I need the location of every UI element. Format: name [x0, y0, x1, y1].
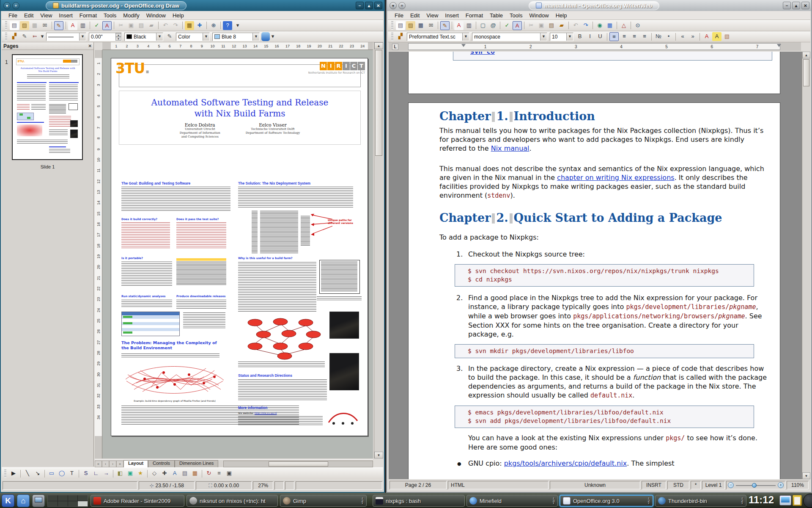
font-color-button[interactable]: A: [702, 32, 711, 41]
format-paintbrush-icon[interactable]: ▰: [147, 21, 156, 30]
export-pdf-icon[interactable]: A: [454, 21, 464, 30]
tab-controls[interactable]: Controls: [148, 460, 175, 467]
glue-points-icon[interactable]: ✚: [160, 469, 169, 478]
home-button[interactable]: ⌂: [17, 494, 30, 507]
cut-icon[interactable]: ✂: [116, 21, 126, 30]
numbered-list-button[interactable]: №: [654, 32, 663, 41]
desktop-2[interactable]: [58, 495, 68, 501]
bold-button[interactable]: B: [575, 32, 584, 41]
close-button[interactable]: ✕: [801, 2, 809, 9]
object-size-cell[interactable]: ⛶0.00 x 0.00: [196, 481, 252, 490]
insert-mode-cell[interactable]: INSRT: [642, 481, 666, 489]
open-icon[interactable]: ▨: [406, 21, 415, 30]
draw-menu-0[interactable]: File: [5, 11, 21, 19]
cursor-position-cell[interactable]: ⊹23.50 / -1.58: [139, 481, 195, 490]
draw-canvas[interactable]: 3TU. NIRICT Netherlands Institute for Re…: [102, 50, 373, 458]
hyperlink-icon[interactable]: ◉: [595, 21, 604, 30]
applet-moon-icon[interactable]: [803, 494, 812, 508]
connector-tool-icon[interactable]: ∟: [91, 469, 101, 478]
scroll-up-icon[interactable]: ▲: [374, 42, 383, 49]
sticky-button[interactable]: +: [398, 2, 406, 9]
line-color-combo[interactable]: Black▼: [124, 33, 163, 41]
fill-type-combo[interactable]: Color▼: [176, 33, 210, 41]
zoom-in-icon[interactable]: +: [778, 482, 784, 488]
paste-icon[interactable]: ▤: [137, 21, 146, 30]
task-openoffice[interactable]: OpenOffice.org 3.0 ▲2▼: [560, 495, 653, 507]
draw-menu-6[interactable]: Modify: [120, 11, 143, 19]
draw-menu-8[interactable]: Help: [169, 11, 187, 19]
task-nixpkgs-bash[interactable]: nixpkgs : bash: [373, 495, 465, 507]
next-page-icon[interactable]: ›: [109, 461, 116, 467]
last-page-icon[interactable]: »: [116, 461, 123, 467]
display-settings-button[interactable]: [32, 494, 45, 507]
fontwork-icon[interactable]: A: [170, 469, 179, 478]
desktop-pager[interactable]: [47, 495, 88, 507]
close-button[interactable]: ✕: [374, 2, 382, 9]
k-menu-button[interactable]: K: [2, 494, 14, 507]
writer-horizontal-ruler[interactable]: L 1234567: [389, 42, 801, 51]
hyperlink[interactable]: Nix manual: [491, 144, 529, 152]
toolbar-overflow-icon[interactable]: ▾: [233, 21, 242, 30]
shadow-icon[interactable]: [261, 32, 270, 41]
writer-menu-3[interactable]: Insert: [442, 11, 462, 19]
selection-mode-cell[interactable]: STD: [667, 481, 689, 489]
writer-menu-1[interactable]: Edit: [407, 11, 423, 19]
chevron-down-icon[interactable]: ▼: [79, 33, 86, 41]
task-adobe-reader[interactable]: Adobe Reader - Sinter2009: [91, 495, 184, 507]
tray-display-icon[interactable]: [779, 495, 791, 505]
highlight-button[interactable]: A: [712, 32, 721, 41]
text-tool-icon[interactable]: T: [67, 469, 77, 478]
close-icon[interactable]: ✕: [88, 44, 92, 48]
arrow-style-dropdown-icon[interactable]: ▾: [40, 32, 44, 41]
writer-titlebar[interactable]: ▾ + manual.html - OpenOffice.org Writer/…: [387, 0, 811, 11]
zoom-percent-cell[interactable]: 110%: [787, 481, 809, 489]
select-tool-icon[interactable]: ▶: [9, 469, 18, 478]
save-icon[interactable]: ▦: [416, 21, 425, 30]
hyperlink[interactable]: pkgs/tools/archivers/cpio/default.nix: [504, 459, 627, 467]
page-preview-icon[interactable]: ▢: [478, 21, 488, 30]
desktop-8-active[interactable]: [78, 501, 88, 507]
prev-page-icon[interactable]: ‹: [102, 461, 109, 467]
align-left-button[interactable]: ≡: [609, 32, 619, 41]
fill-dialog-icon[interactable]: ✎: [165, 32, 174, 41]
page-2[interactable]: Chapter1.Introduction This manual tells …: [408, 102, 780, 479]
chevron-down-icon[interactable]: ▼: [252, 33, 259, 41]
chevron-down-icon[interactable]: ▼: [540, 33, 547, 41]
autospellcheck-icon[interactable]: A: [513, 21, 522, 30]
print-icon[interactable]: ▥: [464, 21, 474, 30]
task-konversation[interactable]: niksnut on #nixos (+tnc): ht: [187, 495, 278, 507]
help-icon[interactable]: ?: [223, 21, 232, 30]
open-icon[interactable]: ▨: [20, 21, 29, 30]
toolbar-grip[interactable]: [391, 21, 393, 30]
desktop-1[interactable]: [48, 495, 58, 501]
zoom-out-icon[interactable]: −: [728, 482, 734, 488]
save-icon[interactable]: ▦: [30, 21, 39, 30]
edit-file-icon[interactable]: ✎: [440, 21, 450, 30]
task-thunderbird[interactable]: Thunderbird-bin ▲2▼: [655, 495, 746, 507]
from-file-icon[interactable]: ▤: [180, 469, 189, 478]
edit-file-icon[interactable]: ✎: [54, 21, 63, 30]
maximize-button[interactable]: ▲: [792, 2, 800, 9]
draw-vertical-scrollbar[interactable]: ▲ ▼: [374, 42, 383, 458]
draw-menu-1[interactable]: Edit: [21, 11, 37, 19]
clipped-link[interactable]: svn co: [470, 52, 495, 55]
italic-button[interactable]: I: [585, 32, 595, 41]
decrease-indent-button[interactable]: «: [678, 32, 687, 41]
line-width-field[interactable]: 0.00"▲▼: [89, 33, 122, 41]
increase-indent-button[interactable]: »: [688, 32, 697, 41]
chevron-down-icon[interactable]: ▼: [156, 33, 163, 41]
writer-vertical-scrollbar[interactable]: ▲ ▼: [802, 52, 810, 479]
desktop-7[interactable]: [68, 501, 78, 507]
justify-button[interactable]: ≡: [640, 32, 649, 41]
arrow-style-icon[interactable]: ➳: [30, 32, 39, 41]
writer-menu-2[interactable]: View: [423, 11, 442, 19]
chart-icon[interactable]: ▦: [185, 21, 194, 30]
scrollbar-thumb[interactable]: [269, 461, 328, 467]
ellipse-tool-icon[interactable]: ◯: [57, 469, 66, 478]
writer-menu-7[interactable]: Window: [526, 11, 552, 19]
tabstop-selector[interactable]: L: [392, 44, 398, 50]
maximize-button[interactable]: ▲: [365, 2, 373, 9]
toolbar-grip[interactable]: [5, 33, 7, 41]
writer-document-area[interactable]: svn co Chapter1.Introduction This manual…: [389, 52, 802, 479]
page-style-cell[interactable]: HTML: [448, 481, 549, 489]
